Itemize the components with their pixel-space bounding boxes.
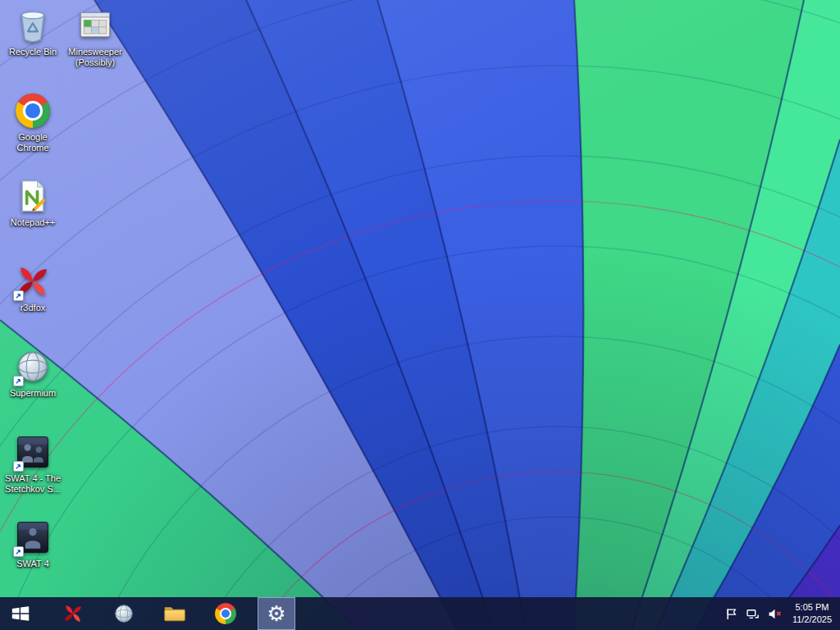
desktop-icon-label: Recycle Bin — [9, 47, 57, 57]
desktop-icon-google-chrome[interactable]: Google Chrome — [2, 92, 64, 153]
clock-date: 11/2/2025 — [792, 614, 832, 626]
desktop-icon-label: Supermium — [10, 388, 56, 399]
shortcut-arrow-icon — [15, 548, 22, 555]
desktop-icon-r3dfox[interactable]: r3dfox — [2, 262, 64, 313]
volume-muted-icon — [768, 608, 782, 620]
chrome-icon — [215, 603, 236, 624]
tray-network-icon[interactable] — [746, 608, 759, 620]
taskbar-clock[interactable]: 5:05 PM 11/2/2025 — [791, 601, 833, 626]
clock-time: 5:05 PM — [792, 601, 832, 614]
chrome-icon — [16, 94, 50, 128]
desktop-icon-label: Minesweeper (Possibly) — [64, 47, 126, 68]
desktop-icon-notepad-plus-plus[interactable]: Notepad++ — [2, 177, 64, 228]
shortcut-arrow-badge — [13, 461, 24, 472]
desktop-icon-recycle-bin[interactable]: Recycle Bin — [2, 7, 64, 57]
settings-gear-icon: ⚙ — [267, 603, 285, 624]
desktop-icon-label: Google Chrome — [2, 132, 64, 153]
desktop-screen: Recycle Bin Minesweeper (Possibly) Googl… — [0, 0, 840, 630]
system-tray: 5:05 PM 11/2/2025 — [725, 597, 840, 630]
shortcut-arrow-badge — [13, 546, 24, 557]
desktop-icon-label: Notepad++ — [11, 217, 55, 228]
desktop-icon-swat4-stetchkov[interactable]: SWAT 4 - The Stetchkov S... — [2, 433, 64, 495]
desktop-icon-swat4[interactable]: SWAT 4 — [2, 518, 64, 569]
shortcut-arrow-badge — [13, 376, 24, 386]
taskbar-button-file-explorer[interactable] — [156, 597, 194, 630]
desktop-icon-label: r3dfox — [21, 303, 46, 313]
tray-action-center-icon[interactable] — [725, 608, 737, 620]
taskbar: ⚙ — [0, 597, 840, 630]
minesweeper-icon — [77, 7, 113, 43]
desktop-icon-minesweeper[interactable]: Minesweeper (Possibly) — [64, 7, 126, 68]
flag-icon — [725, 608, 737, 620]
start-button[interactable] — [0, 597, 41, 630]
file-explorer-folder-icon — [163, 604, 186, 623]
taskbar-button-r3dfox[interactable] — [54, 597, 92, 630]
notepad-plus-plus-icon — [15, 178, 51, 214]
r3dfox-icon — [62, 603, 84, 624]
shortcut-arrow-icon — [15, 463, 22, 470]
recycle-bin-icon — [15, 7, 51, 43]
tray-volume-muted-icon[interactable] — [768, 608, 782, 620]
taskbar-button-google-chrome[interactable] — [207, 597, 244, 630]
desktop-icon-label: SWAT 4 — [16, 559, 49, 569]
desktop-icon-label: SWAT 4 - The Stetchkov S... — [2, 473, 64, 495]
network-icon — [746, 608, 759, 620]
shortcut-arrow-badge — [13, 290, 24, 301]
shortcut-arrow-icon — [15, 292, 22, 299]
windows-logo-icon — [10, 603, 31, 624]
taskbar-button-supermium[interactable] — [105, 597, 143, 630]
desktop-icon-supermium[interactable]: Supermium — [2, 348, 64, 399]
wallpaper-sheen — [0, 0, 840, 630]
taskbar-button-settings[interactable]: ⚙ — [258, 597, 295, 630]
wallpaper-balloon — [0, 0, 840, 630]
shortcut-arrow-icon — [15, 377, 22, 385]
supermium-globe-icon — [113, 603, 135, 624]
